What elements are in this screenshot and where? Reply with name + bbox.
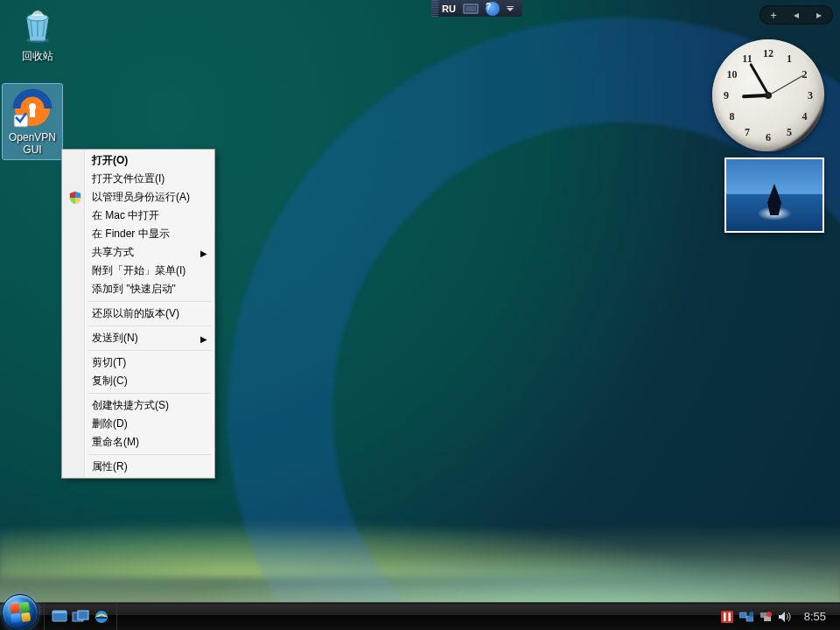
icon-label: 回收站 xyxy=(5,49,70,64)
windows-logo-icon xyxy=(10,602,31,623)
clock-numeral: 6 xyxy=(766,131,771,144)
openvpn-tray-icon[interactable] xyxy=(759,610,773,624)
prev-gadget-button[interactable]: ◂ xyxy=(785,6,808,24)
svg-rect-4 xyxy=(30,108,35,117)
clock-numeral: 2 xyxy=(802,68,808,81)
svg-rect-16 xyxy=(96,617,107,619)
menu-item[interactable]: 还原以前的版本(V) xyxy=(64,304,213,323)
slideshow-gadget[interactable] xyxy=(724,158,824,233)
switch-windows-icon[interactable] xyxy=(71,607,90,626)
taskbar-clock[interactable]: 8:55 xyxy=(797,610,833,623)
menu-item[interactable]: 重命名(M) xyxy=(64,433,213,452)
menu-item[interactable]: 添加到 "快速启动" xyxy=(64,280,213,298)
menu-item[interactable]: 属性(R) xyxy=(64,458,213,476)
clock-center-pin xyxy=(765,92,772,99)
menu-item[interactable]: 发送到(N)▶ xyxy=(64,329,213,347)
svg-rect-20 xyxy=(739,612,746,618)
clock-numeral: 1 xyxy=(787,52,792,66)
svg-rect-18 xyxy=(724,612,726,621)
language-bar[interactable]: RU ? xyxy=(431,0,522,17)
icon-label: OpenVPN GUI xyxy=(3,131,62,156)
add-gadget-button[interactable]: ＋ xyxy=(762,6,785,24)
sidebar-controls: ＋ ◂ ▸ xyxy=(760,5,833,24)
clock-numeral: 5 xyxy=(787,125,792,138)
shield-icon xyxy=(68,191,82,205)
menu-item[interactable]: 删除(D) xyxy=(64,415,213,433)
network-icon[interactable] xyxy=(739,610,753,624)
clock-numeral: 10 xyxy=(726,68,737,81)
openvpn-icon xyxy=(11,88,53,130)
clock-numeral: 12 xyxy=(763,47,774,60)
menu-item[interactable]: 共享方式▶ xyxy=(64,243,213,262)
clock-numeral: 4 xyxy=(802,110,808,123)
submenu-arrow-icon: ▶ xyxy=(200,329,207,347)
menu-item[interactable]: 打开文件位置(I) xyxy=(64,170,213,188)
options-dropdown-icon[interactable] xyxy=(503,0,517,17)
menu-item[interactable]: 在 Finder 中显示 xyxy=(64,225,213,243)
svg-rect-12 xyxy=(52,611,66,613)
drag-handle-icon[interactable] xyxy=(431,0,438,17)
menu-item[interactable]: 在 Mac 中打开 xyxy=(64,206,213,225)
keyboard-icon[interactable] xyxy=(459,0,482,17)
taskbar: 8:55 xyxy=(0,602,840,630)
menu-separator xyxy=(88,393,211,394)
show-desktop-icon[interactable] xyxy=(50,607,69,626)
whale-tail xyxy=(767,184,781,215)
svg-rect-19 xyxy=(728,612,731,621)
clock-numeral: 7 xyxy=(745,125,750,138)
clock-numeral: 11 xyxy=(742,52,752,66)
internet-explorer-icon[interactable] xyxy=(92,607,111,626)
recycle-bin-icon xyxy=(17,5,59,47)
menu-separator xyxy=(88,454,211,455)
quick-launch xyxy=(44,603,117,630)
menu-separator xyxy=(88,326,211,326)
menu-separator xyxy=(88,350,211,351)
menu-item[interactable]: 创建快捷方式(S) xyxy=(64,396,213,415)
svg-rect-14 xyxy=(78,611,88,620)
desktop-icon-openvpn-gui[interactable]: OpenVPN GUI xyxy=(3,84,62,159)
volume-icon[interactable] xyxy=(778,610,792,624)
clock-numeral: 3 xyxy=(808,89,813,102)
desktop-icon-recycle-bin[interactable]: 回收站 xyxy=(5,5,70,64)
parallels-icon[interactable] xyxy=(720,610,734,624)
system-tray: 8:55 xyxy=(713,603,840,630)
menu-item[interactable]: 剪切(T) xyxy=(64,354,213,372)
clock-numeral: 8 xyxy=(729,110,734,123)
language-indicator[interactable]: RU xyxy=(438,0,459,17)
menu-item[interactable]: 以管理员身份运行(A) xyxy=(64,188,213,206)
svg-rect-21 xyxy=(746,616,753,621)
menu-item[interactable]: 打开(O) xyxy=(64,151,213,170)
context-menu: 打开(O)打开文件位置(I)以管理员身份运行(A)在 Mac 中打开在 Find… xyxy=(61,149,215,479)
menu-item[interactable]: 附到「开始」菜单(I) xyxy=(64,262,213,280)
svg-rect-17 xyxy=(721,611,733,623)
svg-point-25 xyxy=(766,612,772,617)
submenu-arrow-icon: ▶ xyxy=(200,243,207,262)
menu-item[interactable]: 复制(C) xyxy=(64,372,213,390)
menu-separator xyxy=(88,301,211,302)
clock-gadget[interactable]: 121234567891011 xyxy=(712,39,824,151)
svg-rect-24 xyxy=(764,616,771,621)
start-button[interactable] xyxy=(2,594,38,630)
help-icon[interactable]: ? xyxy=(482,0,503,17)
next-gadget-button[interactable]: ▸ xyxy=(808,6,830,24)
clock-numeral: 9 xyxy=(724,89,729,102)
